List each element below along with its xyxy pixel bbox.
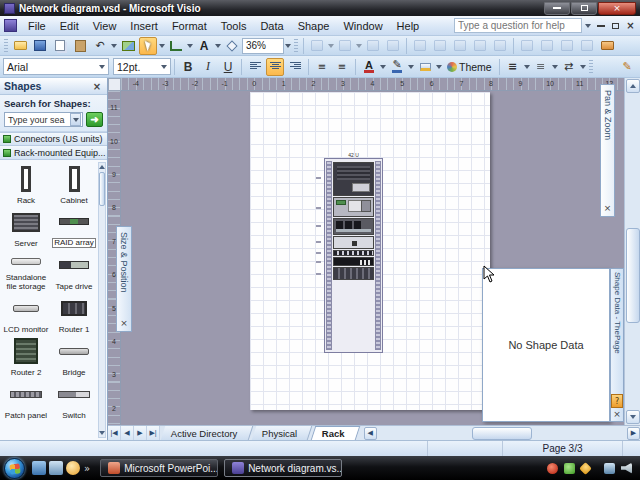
ungroup-button[interactable] <box>578 37 596 55</box>
close-button[interactable]: × <box>598 2 636 15</box>
toolbar-grip[interactable] <box>4 39 8 53</box>
connect-shapes-button[interactable] <box>364 37 382 55</box>
align-shapes-dropdown[interactable] <box>327 37 335 55</box>
quick-launch-desktop-icon[interactable] <box>32 461 46 475</box>
scroll-up-button[interactable] <box>99 163 105 171</box>
rack-unit-patch-panel[interactable] <box>333 250 374 256</box>
previous-page-button[interactable]: ◀ <box>121 426 134 440</box>
insert-picture-button[interactable] <box>119 37 137 55</box>
stencil-rack-mounted[interactable]: Rack-mounted Equip... <box>0 146 107 160</box>
search-go-button[interactable]: ➜ <box>86 112 103 127</box>
rack-unit-router[interactable] <box>333 218 374 235</box>
tray-network-icon[interactable] <box>604 463 615 474</box>
undo-button[interactable]: ↶ <box>91 37 109 55</box>
shape-data-help-button[interactable]: ? <box>611 394 623 408</box>
line-ends-dropdown[interactable] <box>579 58 587 76</box>
rack-unit-storage[interactable] <box>333 267 374 280</box>
flip-horizontal-button[interactable] <box>411 37 429 55</box>
scrollbar-thumb[interactable] <box>99 172 105 206</box>
quick-launch-explorer-icon[interactable] <box>49 461 63 475</box>
zoom-dropdown[interactable] <box>284 37 292 55</box>
line-ends-button[interactable]: ⇄ <box>560 58 578 76</box>
scrollbar-thumb[interactable] <box>626 228 640 323</box>
rotate-right-button[interactable] <box>471 37 489 55</box>
master-rack[interactable]: Rack <box>2 162 50 205</box>
font-color-button[interactable]: A <box>360 58 378 76</box>
scroll-left-button[interactable]: ◀ <box>364 427 377 440</box>
stencil-scrollbar[interactable] <box>98 162 106 438</box>
rack-unit-switch[interactable] <box>333 257 374 266</box>
tray-alert-icon[interactable] <box>579 462 592 475</box>
text-tool-button[interactable]: A <box>195 37 213 55</box>
quick-launch-overflow-chevron[interactable]: » <box>84 463 90 474</box>
master-tape-drive[interactable]: Tape drive <box>50 248 98 291</box>
menu-format[interactable]: Format <box>165 18 214 34</box>
shape-search-input[interactable]: Type your sea <box>4 112 83 127</box>
indent-button[interactable]: ≡ <box>333 58 351 76</box>
tray-update-icon[interactable] <box>564 463 575 474</box>
text-tool-dropdown[interactable] <box>214 37 222 55</box>
size-position-close-button[interactable]: × <box>120 316 128 331</box>
theme-button[interactable]: Theme <box>444 58 495 76</box>
line-color-dropdown[interactable] <box>407 58 415 76</box>
align-center-button[interactable] <box>266 58 284 76</box>
connector-tool-dropdown[interactable] <box>186 37 194 55</box>
first-page-button[interactable]: |◀ <box>108 426 121 440</box>
menu-shape[interactable]: Shape <box>291 18 337 34</box>
pointer-tool-button[interactable] <box>139 37 157 55</box>
scroll-right-button[interactable]: ▶ <box>627 427 640 440</box>
rotate-left-button[interactable] <box>451 37 469 55</box>
canvas-horizontal-scrollbar[interactable]: ◀ ▶ <box>364 426 640 440</box>
menu-view[interactable]: View <box>86 18 124 34</box>
open-button[interactable] <box>11 37 29 55</box>
minimize-button[interactable] <box>544 2 570 15</box>
scrollbar-track[interactable] <box>377 427 627 440</box>
italic-button[interactable]: I <box>199 58 217 76</box>
zoom-level-input[interactable]: 36% <box>242 38 284 54</box>
toolbar-grip[interactable] <box>589 60 593 74</box>
distribute-shapes-dropdown[interactable] <box>355 37 363 55</box>
fill-color-dropdown[interactable] <box>435 58 443 76</box>
menu-file[interactable]: File <box>21 18 53 34</box>
drawing-page[interactable]: 42 U <box>250 92 490 410</box>
connector-tool-button[interactable] <box>167 37 185 55</box>
bullets-button[interactable]: ≡ <box>313 58 331 76</box>
scrollbar-thumb[interactable] <box>472 427 532 440</box>
flip-vertical-button[interactable] <box>431 37 449 55</box>
underline-button[interactable]: U <box>219 58 237 76</box>
align-left-button[interactable] <box>246 58 264 76</box>
pan-zoom-close-button[interactable]: × <box>604 201 612 216</box>
next-page-button[interactable]: ▶ <box>134 426 147 440</box>
shapes-panel-close-button[interactable]: × <box>91 81 103 92</box>
master-server[interactable]: Server <box>2 205 50 248</box>
line-pattern-button[interactable]: ≡ <box>532 58 550 76</box>
help-search-input[interactable] <box>454 18 582 33</box>
rack-unit-bridge[interactable] <box>333 236 374 249</box>
master-patch-panel[interactable]: Patch panel <box>2 377 50 420</box>
maximize-button[interactable] <box>571 2 597 15</box>
page-tab-physical[interactable]: Physical <box>251 426 312 440</box>
shape-tool-button[interactable] <box>223 37 241 55</box>
master-bridge[interactable]: Bridge <box>50 334 98 377</box>
rack-unit-server[interactable] <box>333 197 374 217</box>
copy-button[interactable] <box>51 37 69 55</box>
master-raid-array[interactable]: RAID array <box>50 205 98 248</box>
format-painter-button[interactable]: ✎ <box>618 58 636 76</box>
scroll-down-button[interactable] <box>99 429 105 437</box>
menu-data[interactable]: Data <box>253 18 290 34</box>
menu-help[interactable]: Help <box>390 18 427 34</box>
font-name-combo[interactable]: Arial <box>3 58 109 75</box>
align-right-button[interactable] <box>286 58 304 76</box>
undo-dropdown[interactable] <box>110 37 118 55</box>
help-dropdown[interactable] <box>582 18 593 33</box>
shape-data-close-button[interactable]: × <box>613 408 621 421</box>
rack-shape[interactable]: 42 U <box>324 158 383 353</box>
group-button[interactable] <box>558 37 576 55</box>
canvas-vertical-scrollbar[interactable] <box>624 78 640 425</box>
distribute-shapes-button[interactable] <box>336 37 354 55</box>
document-icon[interactable] <box>4 19 17 32</box>
doc-close-button[interactable]: × <box>623 19 638 33</box>
master-lcd-monitor[interactable]: LCD monitor <box>2 291 50 334</box>
rack-unit-monitor[interactable] <box>333 162 374 196</box>
menu-window[interactable]: Window <box>336 18 389 34</box>
